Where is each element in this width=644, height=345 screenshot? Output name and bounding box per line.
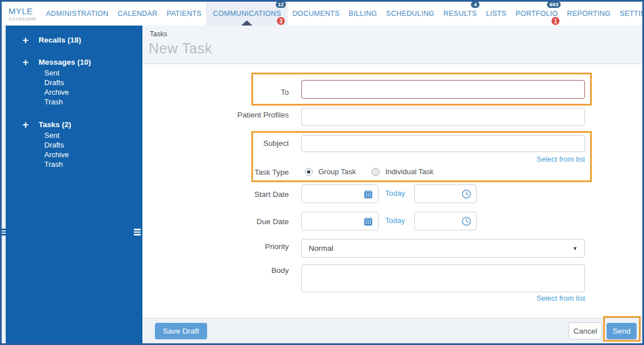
expand-plus-icon[interactable]: + [17,58,34,66]
sidebar-item-messages-drafts[interactable]: Drafts [44,78,142,87]
resize-grip-icon[interactable] [134,229,141,235]
dropdown-arrow-icon: ▼ [573,246,578,251]
nav-item-settings[interactable]: SETTINGS [615,2,644,26]
sidebar-item-messages[interactable]: + Messages (10) [6,58,142,66]
nav-item-patients[interactable]: PATIENTS [162,2,207,26]
sidebar-item-messages-sent[interactable]: Sent [44,68,142,78]
active-tab-arrow-icon [241,20,252,26]
calendar-icon[interactable] [364,217,373,226]
nav-item-label: ADMINISTRATION [46,10,108,18]
to-field[interactable] [301,80,585,99]
nav-item-label: SCHEDULING [386,10,435,18]
sidebar-item-tasks-archive[interactable]: Archive [44,150,142,159]
nav-item-label: COMMUNICATIONS [213,10,281,18]
nav-item-label: RESULTS [444,10,477,18]
content-header: Tasks New Task [142,26,642,64]
sidebar-section-label: Tasks (2) [39,120,71,129]
app-version: 3.3.1906.0046 [9,16,36,22]
breadcrumb: Tasks [150,30,167,38]
body-label: Body [142,266,289,275]
sidebar-section-label: Recalls (18) [39,36,81,44]
expand-plus-icon[interactable]: + [17,121,34,129]
group-task-option-label[interactable]: Group Task [318,167,356,176]
due-date-today-link[interactable]: Today [385,216,405,225]
nav-item-portfolio[interactable]: PORTFOLIO 693 1 [511,2,563,26]
due-date-field[interactable] [301,212,378,230]
nav-item-billing[interactable]: BILLING [344,2,382,26]
nav-item-reporting[interactable]: REPORTING [562,2,615,26]
sidebar-item-tasks-trash[interactable]: Trash [44,159,142,169]
start-date-label: Start Date [142,190,289,199]
subject-label: Subject [142,139,289,148]
nav-item-administration[interactable]: ADMINISTRATION [41,2,113,26]
nav-item-results[interactable]: RESULTS 4 [439,2,482,26]
nav-item-communications[interactable]: COMMUNICATIONS 12 3 [206,2,288,26]
patient-profiles-field[interactable] [301,108,585,126]
nav-item-scheduling[interactable]: SCHEDULING [382,2,439,26]
results-count-badge: 4 [470,1,480,9]
individual-task-radio[interactable] [372,168,380,176]
form-footer: Save Draft Cancel Send [142,318,642,343]
body-field[interactable] [301,264,585,292]
sidebar-item-messages-archive[interactable]: Archive [44,87,142,97]
expand-plus-icon[interactable]: + [17,36,34,44]
calendar-icon[interactable] [364,190,373,199]
app-logo[interactable]: MYLE 3.3.1906.0046 [2,2,41,26]
communications-sidebar: + Recalls (18) + Messages (10) Sent Draf… [6,26,142,343]
send-button[interactable]: Send [607,323,637,339]
main-content: Tasks New Task To Patient Profiles Subje… [142,26,642,343]
to-label: To [142,88,289,96]
page-title: New Task [149,40,212,57]
priority-label: Priority [142,242,289,251]
body-select-from-list-link[interactable]: Select from list [301,294,585,302]
sidebar-item-tasks-sent[interactable]: Sent [44,131,142,140]
portfolio-alert-badge: 1 [551,16,560,26]
start-time-field[interactable] [414,184,477,203]
due-date-label: Due Date [142,217,289,226]
nav-item-documents[interactable]: DOCUMENTS [288,2,344,26]
patient-profiles-label: Patient Profiles [142,111,289,119]
sidebar-item-messages-trash[interactable]: Trash [44,97,142,107]
nav-item-label: PORTFOLIO [516,10,558,18]
nav-item-label: PATIENTS [167,10,202,18]
app-window: MYLE 3.3.1906.0046 ADMINISTRATION CALEND… [0,0,644,345]
start-date-today-link[interactable]: Today [385,189,405,197]
clock-icon[interactable] [462,217,471,226]
nav-item-label: DOCUMENTS [292,10,339,18]
nav-item-label: LISTS [486,10,506,18]
start-date-field[interactable] [301,184,378,203]
communications-alert-badge: 3 [276,16,285,26]
portfolio-count-badge: 693 [546,1,561,9]
top-navigation: MYLE 3.3.1906.0046 ADMINISTRATION CALEND… [2,2,642,26]
priority-select[interactable]: Normal ▼ [301,239,585,258]
clock-icon[interactable] [462,190,471,199]
cancel-button[interactable]: Cancel [569,322,602,339]
subject-select-from-list-link[interactable]: Select from list [301,155,585,163]
nav-item-lists[interactable]: LISTS [481,2,511,26]
communications-count-badge: 12 [275,1,287,9]
individual-task-option-label[interactable]: Individual Task [385,167,433,176]
nav-item-label: SETTINGS [620,10,644,18]
sidebar-item-tasks[interactable]: + Tasks (2) [6,120,142,129]
sidebar-section-label: Messages (10) [39,58,91,66]
sidebar-resize-strip[interactable] [2,26,6,343]
nav-item-calendar[interactable]: CALENDAR [113,2,162,26]
nav-item-label: REPORTING [567,10,611,18]
app-name: MYLE [9,6,36,16]
group-task-radio[interactable] [305,168,313,176]
nav-item-label: BILLING [349,10,377,18]
resize-grip-icon[interactable] [0,229,6,235]
nav-item-label: CALENDAR [117,10,157,18]
save-draft-button[interactable]: Save Draft [155,323,207,339]
task-type-label: Task Type [142,168,289,176]
sidebar-item-recalls[interactable]: + Recalls (18) [6,36,142,44]
due-time-field[interactable] [414,212,477,230]
priority-selected-value: Normal [309,244,334,253]
sidebar-item-tasks-drafts[interactable]: Drafts [44,140,142,150]
subject-field[interactable] [301,135,585,152]
